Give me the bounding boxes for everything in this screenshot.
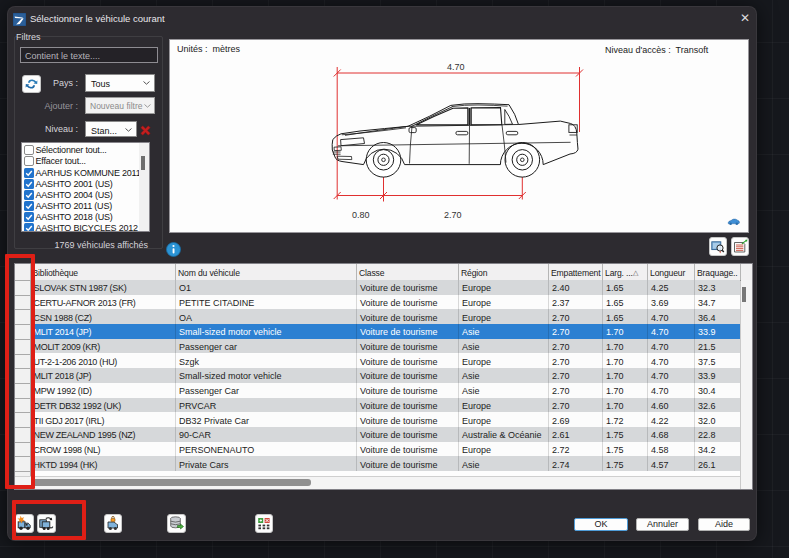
svg-text:2.70: 2.70	[444, 210, 462, 220]
svg-text:0.80: 0.80	[352, 210, 370, 220]
svg-text:4.70: 4.70	[447, 62, 465, 72]
